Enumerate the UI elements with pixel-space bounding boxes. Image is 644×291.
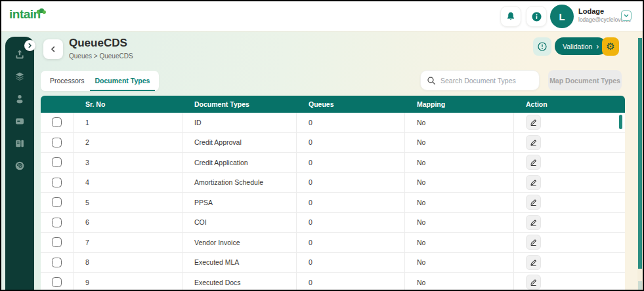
- edit-button[interactable]: [526, 155, 541, 170]
- chevron-right-icon: ›: [596, 43, 599, 50]
- row-checkbox[interactable]: [52, 197, 62, 207]
- table-row: 2 Credit Approval 0 No: [41, 133, 625, 153]
- queues-cell: 0: [297, 233, 405, 252]
- edit-button[interactable]: [526, 235, 541, 250]
- table-row: 6 COI 0 No: [41, 213, 625, 233]
- brand-logo[interactable]: intain: [9, 7, 41, 22]
- main-area: QueueCDS Queues > QueueCDS Validation › …: [1, 31, 643, 290]
- row-checkbox[interactable]: [52, 218, 62, 227]
- pencil-icon: [529, 158, 538, 166]
- row-checkbox[interactable]: [52, 277, 62, 287]
- search-input[interactable]: [440, 77, 532, 85]
- row-checkbox[interactable]: [52, 138, 62, 147]
- action-cell: [514, 193, 625, 212]
- edit-button[interactable]: [526, 275, 541, 290]
- document-type-cell: Credit Approval: [182, 133, 297, 153]
- edit-button[interactable]: [526, 215, 541, 230]
- document-type-cell: Executed Docs: [182, 273, 297, 291]
- page-scrollbar-thumb[interactable]: [638, 38, 642, 269]
- card-icon[interactable]: [14, 115, 26, 127]
- sr-no-cell: 3: [74, 153, 182, 172]
- validation-button[interactable]: Validation ›: [555, 37, 607, 55]
- edit-button[interactable]: [526, 115, 541, 130]
- mapping-cell: No: [405, 233, 514, 252]
- edit-button[interactable]: [526, 255, 541, 270]
- tab-document-types[interactable]: Document Types: [90, 71, 156, 91]
- sr-no-cell: 6: [74, 213, 182, 233]
- page-title: QueueCDS: [69, 37, 127, 50]
- gear-icon: ⚙: [606, 41, 614, 52]
- topbar: intain L Lodage lodage@cyclelove.cc: [1, 1, 643, 31]
- row-checkbox[interactable]: [52, 157, 62, 167]
- checkbox-cell: [41, 253, 74, 273]
- action-cell: [514, 273, 625, 291]
- checkbox-cell: [41, 233, 74, 252]
- queues-cell: 0: [297, 113, 405, 132]
- user-name: Lodage: [578, 7, 604, 15]
- table-row: 7 Vendor Invoice 0 No: [41, 233, 625, 253]
- col-mapping: Mapping: [405, 96, 514, 113]
- row-checkbox[interactable]: [52, 178, 62, 187]
- globe-icon[interactable]: [14, 160, 26, 172]
- tab-processors[interactable]: Processors: [45, 71, 90, 91]
- search-box: [420, 70, 540, 90]
- sr-no-cell: 5: [74, 193, 182, 212]
- edit-button[interactable]: [526, 195, 541, 210]
- user-menu-button[interactable]: [621, 10, 632, 21]
- user-avatar[interactable]: L: [550, 5, 574, 28]
- mapping-cell: No: [405, 113, 514, 132]
- journal-icon[interactable]: [14, 138, 26, 149]
- action-cell: [514, 113, 625, 132]
- document-type-cell: PPSA: [182, 193, 297, 212]
- pencil-icon: [529, 258, 538, 267]
- document-type-cell: Credit Application: [182, 153, 297, 172]
- col-queues: Queues: [297, 96, 405, 113]
- pencil-icon: [529, 198, 538, 206]
- settings-button[interactable]: ⚙: [602, 37, 619, 56]
- info-button[interactable]: [526, 6, 547, 27]
- checkbox-cell: [41, 153, 74, 172]
- action-cell: [514, 153, 625, 172]
- mapping-cell: No: [405, 273, 514, 291]
- mapping-cell: No: [405, 253, 514, 273]
- back-button[interactable]: [43, 39, 63, 59]
- sr-no-cell: 2: [74, 133, 182, 153]
- row-checkbox[interactable]: [52, 258, 62, 267]
- pencil-icon: [529, 278, 538, 286]
- sidebar: [5, 37, 34, 291]
- sr-no-cell: 9: [74, 273, 182, 291]
- validation-button-label: Validation: [563, 43, 592, 50]
- tab-bar: Processors Document Types: [41, 71, 159, 91]
- table-row: 3 Credit Application 0 No: [41, 153, 625, 173]
- edit-button[interactable]: [526, 135, 541, 150]
- queues-cell: 0: [297, 193, 405, 212]
- queues-cell: 0: [297, 273, 405, 291]
- user-icon[interactable]: [14, 93, 26, 105]
- row-checkbox[interactable]: [52, 117, 62, 127]
- map-document-types-button[interactable]: Map Document Types: [548, 70, 622, 90]
- document-type-cell: Vendor Invoice: [182, 233, 297, 252]
- upload-icon[interactable]: [14, 48, 26, 60]
- notifications-button[interactable]: [500, 6, 521, 27]
- layers-icon[interactable]: [14, 71, 26, 83]
- pencil-icon: [529, 178, 538, 187]
- queues-cell: 0: [297, 173, 405, 193]
- sr-no-cell: 1: [74, 113, 182, 132]
- validation-alert-button[interactable]: [533, 37, 551, 56]
- document-types-table: Sr. No Document Types Queues Mapping Act…: [41, 96, 625, 291]
- queues-cell: 0: [297, 213, 405, 233]
- mapping-cell: No: [405, 193, 514, 212]
- row-checkbox[interactable]: [52, 237, 62, 247]
- pencil-icon: [529, 238, 538, 246]
- pencil-icon: [529, 138, 538, 147]
- page-scrollbar[interactable]: [637, 37, 643, 290]
- queues-cell: 0: [297, 153, 405, 172]
- table-scrollbar-thumb[interactable]: [619, 115, 622, 129]
- checkbox-cell: [41, 113, 74, 132]
- table-header: Sr. No Document Types Queues Mapping Act…: [41, 96, 625, 113]
- sidebar-expand-button[interactable]: [24, 40, 35, 51]
- checkbox-cell: [41, 193, 74, 212]
- edit-button[interactable]: [526, 175, 541, 190]
- info-icon: [531, 11, 542, 22]
- action-cell: [514, 233, 625, 252]
